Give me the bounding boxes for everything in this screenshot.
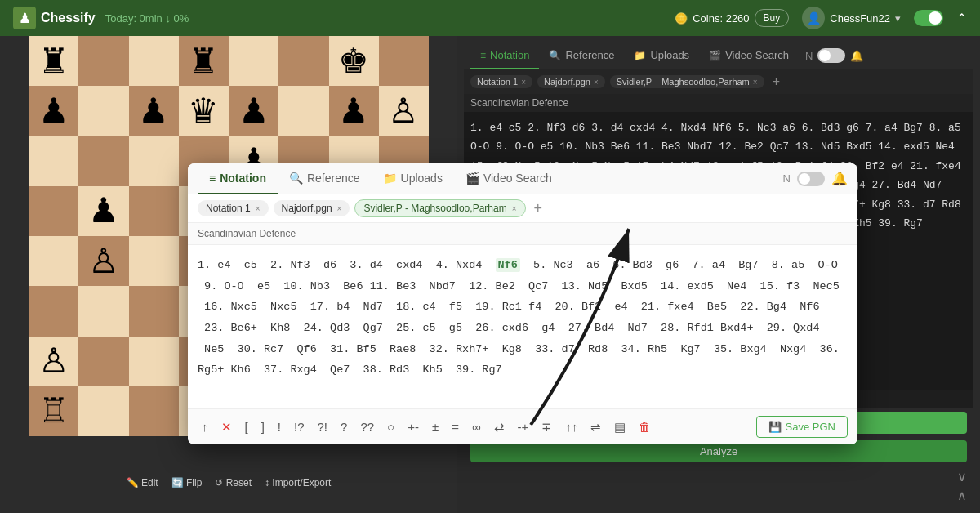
popup-chip-najdorf[interactable]: Najdorf.pgn ×: [274, 200, 350, 216]
edit-button[interactable]: ✏️ Edit: [127, 477, 158, 488]
scroll-down-icon[interactable]: ∨: [957, 469, 967, 484]
square-c3[interactable]: [129, 286, 179, 336]
square-f8[interactable]: [278, 36, 328, 86]
toolbar-plus-minus[interactable]: +-: [403, 417, 423, 436]
toolbar-board[interactable]: ▤: [610, 417, 630, 437]
square-b4[interactable]: ♙: [78, 236, 128, 286]
popup-chip-svidler[interactable]: Svidler,P - Maghsoodloo,Parham ×: [354, 199, 525, 217]
add-subtab[interactable]: +: [769, 74, 783, 89]
subtab-najdorf[interactable]: Najdorf.pgn ×: [537, 75, 605, 88]
close-notation1[interactable]: ×: [521, 78, 526, 87]
popup-close-notation1[interactable]: ×: [256, 204, 261, 213]
collapse-button[interactable]: ⌃: [956, 11, 967, 26]
square-g7[interactable]: ♟: [329, 86, 379, 136]
toolbar-delete[interactable]: ✕: [217, 417, 236, 437]
chess-piece: ♚: [338, 44, 369, 78]
toolbar-transfer[interactable]: ⇄: [490, 417, 509, 437]
scroll-up-icon[interactable]: ∧: [957, 488, 967, 503]
square-a2[interactable]: ♙: [29, 337, 78, 386]
square-b6[interactable]: [78, 136, 128, 186]
toolbar-trash[interactable]: 🗑: [635, 417, 655, 436]
square-b2[interactable]: [78, 337, 128, 386]
square-b1[interactable]: [78, 386, 128, 436]
toolbar-up-arrows[interactable]: ↑↑: [561, 417, 581, 436]
popup-tab-reference[interactable]: 🔍 Reference: [278, 163, 372, 194]
toolbar-double-q[interactable]: ??: [356, 417, 378, 436]
tab-reference[interactable]: 🔍 Reference: [539, 42, 624, 69]
tab-uploads[interactable]: 📁 Uploads: [624, 42, 699, 69]
square-h7[interactable]: ♙: [379, 86, 429, 136]
buy-button[interactable]: Buy: [755, 9, 790, 27]
popup-toggle[interactable]: [797, 172, 825, 186]
subtab-svidler[interactable]: Svidler,P – Maghsoodloo,Parham ×: [610, 75, 764, 88]
square-e7[interactable]: ♟: [229, 86, 278, 136]
popup-close-najdorf[interactable]: ×: [337, 204, 342, 213]
toolbar-q-exclaim[interactable]: ?!: [314, 417, 332, 436]
today-percent: ↓ 0%: [165, 12, 189, 25]
square-a8[interactable]: ♜: [29, 36, 78, 86]
popup-chip-notation1[interactable]: Notation 1 ×: [198, 200, 269, 216]
square-c2[interactable]: [129, 337, 179, 386]
square-g8[interactable]: ♚: [329, 36, 379, 86]
square-a5[interactable]: [29, 186, 78, 236]
square-c5[interactable]: [129, 186, 179, 236]
square-a6[interactable]: [29, 136, 78, 186]
square-c7[interactable]: ♟: [129, 86, 179, 136]
toolbar-equal[interactable]: =: [448, 417, 463, 436]
square-d7[interactable]: ♛: [179, 86, 229, 136]
toolbar-exchange[interactable]: ⇌: [586, 417, 605, 437]
n-toggle[interactable]: [817, 48, 845, 63]
square-b7[interactable]: [78, 86, 128, 136]
subtab-notation1[interactable]: Notation 1 ×: [470, 75, 532, 88]
square-b8[interactable]: [78, 36, 128, 86]
square-a7[interactable]: ♟: [29, 86, 78, 136]
toolbar-circle[interactable]: ○: [383, 417, 399, 436]
square-a3[interactable]: [29, 286, 78, 336]
toolbar-question[interactable]: ?: [336, 417, 351, 436]
square-a1[interactable]: ♖: [29, 386, 78, 436]
popup-add-subtab[interactable]: +: [531, 200, 546, 217]
logo-text: Chessify: [41, 11, 96, 25]
square-c4[interactable]: [129, 236, 179, 286]
toolbar-plusminus[interactable]: ±: [428, 417, 443, 436]
tab-video-search[interactable]: 🎬 Video Search: [699, 42, 799, 69]
popup-n-label: N: [783, 172, 791, 185]
import-export-button[interactable]: ↕ Import/Export: [265, 477, 331, 488]
toolbar-exclaim-q[interactable]: !?: [290, 417, 309, 436]
popup-notation-icon: ≡: [209, 172, 216, 185]
square-h8[interactable]: [379, 36, 429, 86]
square-b3[interactable]: [78, 286, 128, 336]
square-a4[interactable]: [29, 236, 78, 286]
toolbar-minus-plus[interactable]: -+: [514, 417, 533, 436]
square-d8[interactable]: ♜: [179, 36, 229, 86]
toggle-bg[interactable]: [914, 10, 943, 26]
toolbar-up[interactable]: ↑: [198, 417, 212, 436]
popup-tab-video[interactable]: 🎬 Video Search: [454, 163, 564, 194]
popup-tab-uploads[interactable]: 📁 Uploads: [372, 163, 454, 194]
popup-tab-notation[interactable]: ≡ Notation: [198, 163, 278, 194]
square-f7[interactable]: [278, 86, 328, 136]
popup-notation-content: 1. e4 c5 2. Nf3 d6 3. d4 cxd4 4. Nxd4 Nf…: [188, 245, 858, 408]
square-c6[interactable]: [129, 136, 179, 186]
popup-close-svidler[interactable]: ×: [512, 204, 517, 213]
toolbar-infinity[interactable]: ∞: [468, 417, 485, 436]
square-c8[interactable]: [129, 36, 179, 86]
flip-button[interactable]: 🔄 Flip: [172, 477, 203, 488]
dark-mode-toggle[interactable]: [914, 10, 943, 26]
square-b5[interactable]: ♟: [78, 186, 128, 236]
toolbar-bracket-close[interactable]: ]: [257, 417, 269, 436]
toolbar-exclaim[interactable]: !: [274, 417, 285, 436]
popup-reference-icon: 🔍: [289, 172, 303, 185]
close-svidler[interactable]: ×: [753, 78, 758, 87]
reset-button[interactable]: ↺ Reset: [215, 477, 252, 488]
square-e8[interactable]: [229, 36, 278, 86]
square-c1[interactable]: [129, 386, 179, 436]
notation-icon: ≡: [480, 50, 486, 61]
coins-icon: 🪙: [675, 12, 688, 25]
close-najdorf[interactable]: ×: [594, 78, 599, 87]
tab-notation[interactable]: ≡ Notation: [470, 42, 539, 69]
popup-save-pgn[interactable]: 💾 Save PGN: [756, 416, 848, 438]
toolbar-minusplus[interactable]: ∓: [537, 417, 556, 437]
chess-piece: ♖: [38, 394, 69, 428]
toolbar-bracket-open[interactable]: [: [241, 417, 252, 436]
